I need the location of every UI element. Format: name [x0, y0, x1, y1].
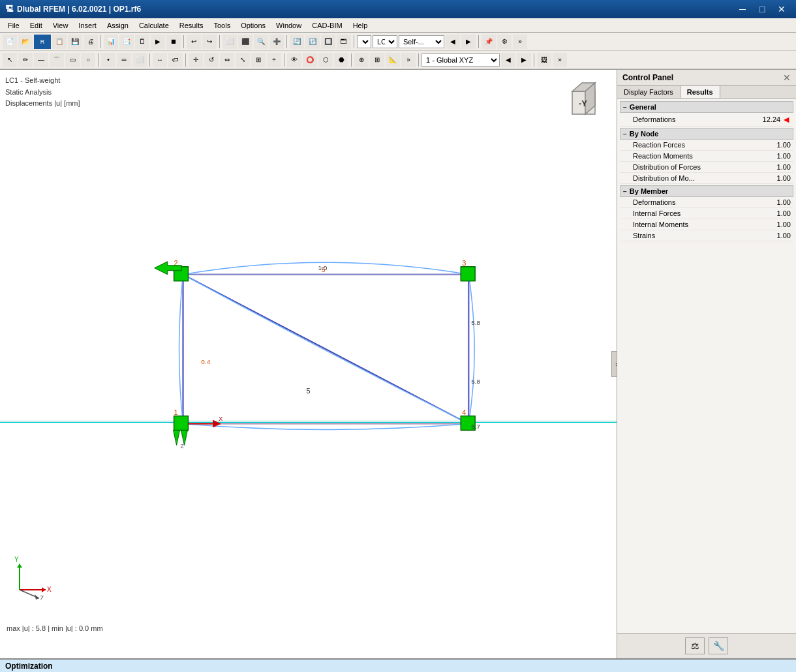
tb-zoom-window[interactable]: 🗔: [337, 35, 351, 49]
tb2-grid[interactable]: ⊞: [370, 53, 384, 67]
tb-pin[interactable]: 📌: [482, 35, 496, 49]
svg-rect-10: [174, 416, 189, 431]
tb2-more2[interactable]: »: [553, 53, 567, 67]
tab-display-factors[interactable]: Display Factors: [617, 86, 681, 98]
combo-lc-name[interactable]: Self-...: [399, 35, 444, 48]
tb2-array[interactable]: ⊞: [251, 53, 266, 67]
menu-edit[interactable]: Edit: [25, 20, 48, 31]
tb-save[interactable]: 💾: [68, 35, 82, 49]
minimize-button[interactable]: ─: [733, 3, 752, 16]
tb2-node[interactable]: •: [101, 53, 115, 67]
menu-results[interactable]: Results: [174, 20, 209, 31]
tb-zoom[interactable]: 🔍: [254, 35, 268, 49]
tb2-display-node[interactable]: ⭕: [303, 53, 317, 67]
tb2-dim[interactable]: ↔: [153, 53, 167, 67]
section-by-node-header[interactable]: − By Node: [620, 128, 793, 140]
panel-footer-btn2[interactable]: 🔧: [709, 637, 728, 654]
combo-lc-type[interactable]: G: [357, 35, 371, 48]
tb2-mirror[interactable]: ⇔: [220, 53, 234, 67]
item-member-deformations[interactable]: Deformations 1.00: [620, 197, 793, 208]
tb-new[interactable]: 📄: [3, 35, 17, 49]
menu-window[interactable]: Window: [271, 20, 307, 31]
panel-footer: ⚖ 🔧: [617, 633, 796, 658]
tb-open[interactable]: 📂: [18, 35, 33, 49]
tb2-rotate-obj[interactable]: ↺: [204, 53, 219, 67]
tb2-line[interactable]: —: [34, 53, 48, 67]
item-reaction-forces[interactable]: Reaction Forces 1.00: [620, 140, 793, 151]
item-distribution-forces[interactable]: Distribution of Forces 1.00: [620, 162, 793, 173]
tb-stop[interactable]: ⏹: [166, 35, 181, 49]
item-strains[interactable]: Strains 1.00: [620, 230, 793, 241]
maximize-button[interactable]: □: [753, 3, 771, 16]
section-by-member-header[interactable]: − By Member: [620, 185, 793, 197]
tb2-plate[interactable]: ⬜: [132, 53, 147, 67]
bottom-title: Optimization: [5, 662, 53, 671]
menu-file[interactable]: File: [3, 20, 25, 31]
tb-table-new[interactable]: 📊: [104, 35, 118, 49]
item-deformations[interactable]: Deformations 12.24 ◄: [620, 113, 793, 127]
tb2-member[interactable]: ═: [117, 53, 131, 67]
tb2-rect[interactable]: ▭: [65, 53, 80, 67]
tb2-snap[interactable]: ⊕: [354, 53, 369, 67]
view-cube-svg: -Y: [559, 75, 611, 127]
tb-print[interactable]: 🖨: [84, 35, 98, 49]
menu-tools[interactable]: Tools: [208, 20, 236, 31]
combo-lc-id[interactable]: LC1: [373, 35, 397, 48]
menu-calculate[interactable]: Calculate: [134, 20, 174, 31]
tb2-circle[interactable]: ○: [81, 53, 95, 67]
tb-more[interactable]: »: [513, 35, 527, 49]
tb2-divide[interactable]: ÷: [267, 53, 281, 67]
tb-prev-lc[interactable]: ◀: [446, 35, 460, 49]
panel-close-button[interactable]: ✕: [783, 72, 791, 83]
tb2-display-load[interactable]: ⬣: [334, 53, 348, 67]
tb-redo[interactable]: ↪: [202, 35, 217, 49]
tb-rotate-ccw[interactable]: 🔃: [305, 35, 320, 49]
section-general-header[interactable]: − General: [620, 101, 793, 113]
tb2-display-all[interactable]: 👁: [287, 53, 301, 67]
tb2-display-member[interactable]: ⬡: [318, 53, 333, 67]
svg-marker-36: [35, 594, 39, 600]
tb2-arc[interactable]: ⌒: [50, 53, 64, 67]
tb-deselect[interactable]: ⬛: [238, 35, 253, 49]
tb-table-view[interactable]: 📑: [119, 35, 134, 49]
tb-zoom-in[interactable]: ➕: [269, 35, 284, 49]
menu-bar: File Edit View Insert Assign Calculate R…: [0, 18, 796, 33]
tb-settings[interactable]: ⚙: [497, 35, 512, 49]
close-button[interactable]: ✕: [773, 3, 791, 16]
item-internal-forces[interactable]: Internal Forces 1.00: [620, 208, 793, 219]
tb2-view-next[interactable]: ▶: [517, 53, 531, 67]
tb2-measure[interactable]: 📐: [386, 53, 400, 67]
tb2-cursor[interactable]: ↖: [3, 53, 17, 67]
panel-footer-btn1[interactable]: ⚖: [685, 637, 705, 654]
tb-undo[interactable]: ↩: [187, 35, 201, 49]
tb2-more[interactable]: »: [401, 53, 416, 67]
tb-run[interactable]: ▶: [151, 35, 165, 49]
tb2-annotation[interactable]: 🏷: [168, 53, 183, 67]
tb-zoom-fit[interactable]: 🔲: [321, 35, 335, 49]
tb2-pencil[interactable]: ✏: [18, 53, 33, 67]
viewport[interactable]: LC1 - Self-weight Static Analysis Displa…: [0, 70, 617, 658]
tb-rfem[interactable]: R: [34, 35, 51, 49]
item-internal-moments[interactable]: Internal Moments 1.00: [620, 219, 793, 230]
menu-insert[interactable]: Insert: [73, 20, 102, 31]
tb2-view-prev[interactable]: ◀: [501, 53, 515, 67]
item-reaction-moments[interactable]: Reaction Moments 1.00: [620, 151, 793, 162]
tb2-render[interactable]: 🖼: [537, 53, 551, 67]
tb-save-template[interactable]: 📋: [52, 35, 67, 49]
tb-rotate-cw[interactable]: 🔄: [290, 35, 304, 49]
tb-table-edit[interactable]: 🗒: [135, 35, 149, 49]
tb2-move[interactable]: ✛: [189, 53, 203, 67]
menu-cad-bim[interactable]: CAD-BIM: [307, 20, 347, 31]
tb-next-lc[interactable]: ▶: [461, 35, 476, 49]
tb-select-all[interactable]: ⬜: [222, 35, 237, 49]
tab-results[interactable]: Results: [681, 86, 720, 98]
menu-help[interactable]: Help: [348, 20, 373, 31]
combo-view[interactable]: 1 - Global XYZ: [421, 53, 500, 67]
menu-options[interactable]: Options: [236, 20, 271, 31]
view-cube[interactable]: -Y: [559, 75, 611, 127]
item-distribution-mo[interactable]: Distribution of Mo... 1.00: [620, 173, 793, 184]
menu-assign[interactable]: Assign: [102, 20, 134, 31]
tb2-scale[interactable]: ⤡: [236, 53, 250, 67]
menu-view[interactable]: View: [48, 20, 74, 31]
panel-collapse-handle[interactable]: ›: [611, 351, 617, 377]
